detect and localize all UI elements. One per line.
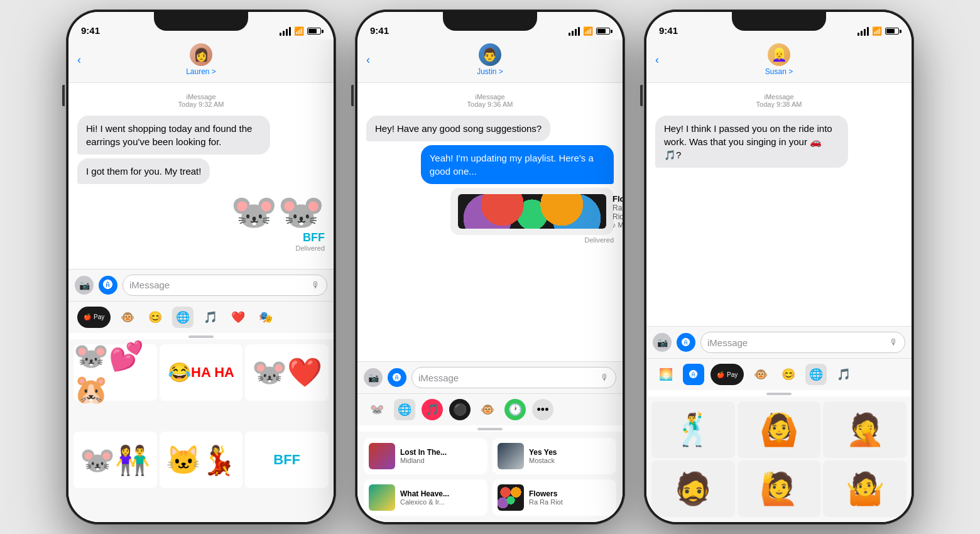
memoji-cell[interactable]: 🤦 — [823, 401, 906, 458]
status-time: 9:41 — [81, 25, 100, 36]
drawer-handle — [766, 393, 792, 395]
vinyl-icon[interactable]: ⚫ — [449, 399, 471, 420]
memoji-cell[interactable]: 🕺 — [651, 401, 735, 458]
globe-icon[interactable]: 🌐 — [172, 307, 193, 328]
notch — [154, 12, 248, 31]
photos-icon[interactable]: 🌅 — [655, 364, 677, 385]
monkey-icon[interactable]: 🐵 — [117, 307, 138, 328]
tray-art — [498, 443, 524, 469]
bar3 — [286, 29, 288, 36]
music-icon[interactable]: 🎵 — [200, 307, 221, 328]
message-input[interactable]: iMessage 🎙 — [700, 332, 905, 353]
camera-button[interactable]: 📷 — [75, 276, 94, 295]
nav-bar: ‹ 👱‍♀️ Susan > — [646, 40, 912, 83]
back-button[interactable]: ‹ — [366, 53, 370, 67]
timestamp: iMessage Today 9:36 AM — [366, 93, 614, 108]
mic-icon: 🎙 — [601, 373, 609, 383]
appstore-icon[interactable]: 🅐 — [683, 364, 704, 385]
music-tray-item[interactable]: Flowers Ra Ra Riot — [493, 479, 616, 516]
nav-contact[interactable]: 👨 Justin > — [477, 43, 503, 76]
nav-contact[interactable]: 👩 Lauren > — [186, 43, 216, 76]
sticker-cell[interactable]: 🐭👫 — [74, 432, 157, 488]
avatar: 👱‍♀️ — [768, 43, 790, 66]
sticker-cell[interactable]: 🐭❤️ — [245, 344, 329, 401]
music-tray-item[interactable]: Lost In The... Midland — [364, 438, 487, 474]
monkey-icon[interactable]: 🐵 — [477, 399, 498, 420]
contact-name: Justin > — [477, 67, 503, 76]
globe-icon[interactable]: 🌐 — [805, 364, 827, 385]
globe-icon[interactable]: 🌐 — [394, 399, 415, 420]
messages-area[interactable]: iMessage Today 9:32 AM Hi! I went shoppi… — [68, 83, 334, 269]
tray-art — [498, 484, 524, 511]
face-icon[interactable]: 😊 — [144, 307, 166, 328]
sticker-cell[interactable]: 🐱💃 — [160, 432, 243, 488]
message-input[interactable]: iMessage 🎙 — [122, 275, 327, 296]
music-tray-item[interactable]: Yes Yes Mostack — [493, 438, 616, 474]
battery-icon — [885, 28, 899, 35]
apps-button[interactable]: 🅐 — [99, 276, 117, 295]
tray-info: Yes Yes Mostack — [529, 448, 557, 464]
messages-area[interactable]: iMessage Today 9:38 AM Hey! I think I pa… — [646, 83, 912, 326]
avatar: 👨 — [479, 43, 501, 66]
music-icon[interactable]: 🎵 — [833, 364, 854, 385]
sticker-cell[interactable]: 🐭💕🐹 — [74, 344, 157, 401]
contact-name: Lauren > — [186, 67, 216, 76]
back-button[interactable]: ‹ — [655, 53, 659, 67]
drawer-handle — [188, 335, 214, 338]
message-input[interactable]: iMessage 🎙 — [411, 367, 616, 388]
face-icon[interactable]: 😊 — [778, 364, 799, 385]
sticker-cell[interactable]: 😂 HA HA — [160, 344, 243, 401]
app-drawer: 🐭 🌐 🎵 ⚫ 🐵 🕐 ••• — [357, 393, 623, 425]
bubble-received: I got them for you. My treat! — [77, 158, 210, 184]
music-artist: Ra Ra Riot — [612, 204, 623, 221]
notch — [732, 12, 826, 31]
memoji-cell[interactable]: 🤷 — [823, 460, 906, 517]
camera-button[interactable]: 📷 — [364, 368, 383, 387]
music-tray: Lost In The... Midland Yes Yes Mostack W… — [357, 432, 623, 522]
apps-button[interactable]: 🅐 — [388, 368, 406, 387]
tray-art — [369, 443, 395, 469]
avatar: 👩 — [190, 43, 212, 66]
messages-area[interactable]: iMessage Today 9:36 AM Hey! Have any goo… — [357, 83, 623, 361]
apple-pay-icon[interactable]: 🍎Pay — [710, 364, 744, 385]
back-button[interactable]: ‹ — [77, 53, 81, 67]
heart-icon[interactable]: ❤️ — [227, 307, 249, 328]
music-card[interactable]: Flowers Ra Ra Riot ♪ Music ▶ — [450, 188, 614, 235]
drawer-handle — [477, 428, 503, 430]
bar1 — [280, 33, 281, 36]
wifi-icon: 📶 — [294, 26, 304, 36]
signal-bars — [569, 27, 580, 36]
apple-pay-icon[interactable]: 🍎Pay — [77, 307, 111, 328]
status-icons: 📶 — [280, 26, 321, 36]
memoji-cell[interactable]: 🙋 — [738, 460, 821, 517]
camera-button[interactable]: 📷 — [653, 333, 672, 352]
monkey-icon[interactable]: 🐵 — [750, 364, 771, 385]
apps-button[interactable]: 🅐 — [677, 333, 695, 352]
mickey-icon[interactable]: 🎭 — [255, 307, 276, 328]
input-bar: 📷 🅐 iMessage 🎙 — [357, 361, 623, 393]
app-drawer: 🍎Pay 🐵 😊 🌐 🎵 ❤️ 🎭 — [68, 301, 334, 333]
music-icon[interactable]: 🎵 — [422, 399, 443, 420]
input-bar: 📷 🅐 iMessage 🎙 — [646, 326, 912, 358]
signal-bars — [280, 27, 291, 36]
bubble-received: Hey! Have any good song suggestions? — [366, 116, 550, 141]
status-time: 9:41 — [659, 25, 678, 36]
bar2 — [283, 31, 285, 36]
music-card-row: Flowers Ra Ra Riot ♪ Music ▶ Delivered — [366, 188, 614, 244]
face-icon[interactable]: 🐭 — [366, 399, 388, 420]
memoji-cell[interactable]: 🙆 — [738, 401, 821, 458]
sticker-cell[interactable]: BFF — [245, 432, 329, 488]
mic-icon: 🎙 — [890, 337, 898, 347]
bubble-received: Hi! I went shopping today and found the … — [77, 116, 270, 155]
timestamp: iMessage Today 9:32 AM — [77, 93, 325, 108]
nav-contact[interactable]: 👱‍♀️ Susan > — [765, 43, 793, 76]
memoji-cell[interactable]: 🧔 — [651, 460, 735, 517]
contact-name: Susan > — [765, 67, 793, 76]
clock-icon[interactable]: 🕐 — [504, 399, 526, 420]
signal-bars — [858, 27, 869, 36]
more-icon[interactable]: ••• — [532, 399, 553, 420]
status-icons: 📶 — [858, 26, 899, 36]
message-row: Hey! I think I passed you on the ride in… — [655, 116, 903, 168]
tray-info: What Heave... Calexico & Ir... — [400, 489, 449, 506]
music-tray-item[interactable]: What Heave... Calexico & Ir... — [364, 479, 487, 516]
